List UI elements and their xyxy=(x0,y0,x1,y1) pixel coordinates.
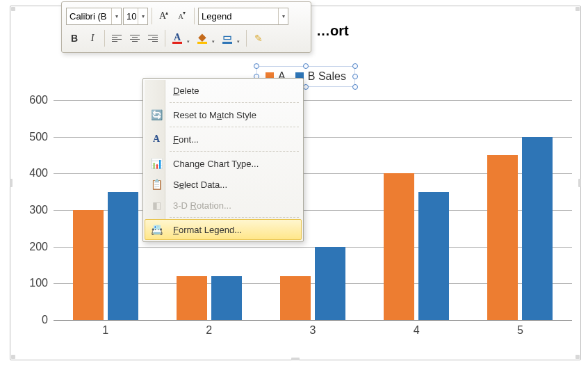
menu-separator xyxy=(170,127,299,127)
menu-separator xyxy=(170,102,299,103)
y-axis-label: 300 xyxy=(29,204,48,216)
align-right-icon xyxy=(148,35,158,42)
caret-down-icon: ▾ xyxy=(183,10,186,16)
chart-resize-handle[interactable] xyxy=(575,355,580,359)
menu-item-change-chart-type[interactable]: 📊 Change Chart Type... xyxy=(145,153,302,174)
bar-series-b-sales[interactable] xyxy=(418,192,449,320)
font-size-selector[interactable]: 10 xyxy=(123,8,148,25)
rotation-3d-icon: ◧ xyxy=(149,198,163,212)
menu-label: Reset to Match Style xyxy=(173,110,256,120)
separator xyxy=(246,30,247,47)
font-size-value: 10 xyxy=(126,11,136,22)
menu-item-format-legend[interactable]: 📇 Format Legend... xyxy=(145,219,302,240)
chart-resize-handle[interactable] xyxy=(578,179,581,187)
separator xyxy=(104,30,105,47)
y-axis-label: 400 xyxy=(29,167,48,179)
x-axis-label: 1 xyxy=(71,324,140,337)
menu-label: Format Legend... xyxy=(173,225,242,235)
font-color-button[interactable]: A xyxy=(169,30,193,47)
format-legend-icon: 📇 xyxy=(149,223,163,237)
separator xyxy=(165,30,165,47)
select-data-icon: 📋 xyxy=(149,177,163,191)
fill-color-icon: ◆ xyxy=(197,33,207,44)
dropdown-icon[interactable] xyxy=(278,8,288,24)
x-axis-label: 4 xyxy=(382,324,451,337)
bar-series-b-sales[interactable] xyxy=(108,192,138,320)
menu-label: Change Chart Type... xyxy=(173,159,259,169)
outline-color-button[interactable]: ▭ xyxy=(219,30,243,47)
chart-title[interactable]: …ort xyxy=(316,23,349,39)
brush-icon: ✎ xyxy=(254,33,263,44)
separator xyxy=(194,8,195,24)
bar-series-a[interactable] xyxy=(280,276,311,320)
chart-resize-handle[interactable] xyxy=(10,179,13,187)
align-center-button[interactable] xyxy=(126,30,143,47)
y-axis-label: 100 xyxy=(29,277,48,289)
bar-series-b-sales[interactable] xyxy=(211,276,242,320)
separator xyxy=(152,8,152,24)
font-icon: A xyxy=(149,132,163,146)
menu-item-reset-style[interactable]: 🔄 Reset to Match Style xyxy=(145,104,302,125)
chart-resize-handle[interactable] xyxy=(11,7,15,11)
bold-icon: B xyxy=(71,33,78,44)
menu-item-delete[interactable]: Delete xyxy=(145,80,302,101)
y-axis-label: 200 xyxy=(29,241,48,253)
font-name-selector[interactable]: Calibri (B xyxy=(66,8,122,25)
font-name-value: Calibri (B xyxy=(70,11,106,22)
legend-label: B Sales xyxy=(308,70,346,83)
chart-resize-handle[interactable] xyxy=(11,355,15,359)
italic-button[interactable]: I xyxy=(84,30,101,47)
bar-series-a[interactable] xyxy=(177,276,207,320)
menu-label: Delete xyxy=(173,86,199,96)
align-left-button[interactable] xyxy=(108,30,125,47)
dropdown-icon[interactable] xyxy=(111,8,121,24)
x-axis-label: 5 xyxy=(485,324,555,337)
y-axis-label: 500 xyxy=(29,131,48,143)
chart-resize-handle[interactable] xyxy=(291,358,300,360)
menu-item-3d-rotation: ◧ 3-D Rotation... xyxy=(145,195,302,216)
dropdown-icon[interactable] xyxy=(138,8,147,24)
menu-item-select-data[interactable]: 📋 Select Data... xyxy=(145,174,302,195)
chart-resize-handle[interactable] xyxy=(575,7,580,11)
style-selector[interactable]: Legend xyxy=(198,8,288,25)
decrease-font-button[interactable]: A▾ xyxy=(174,8,190,25)
increase-font-button[interactable]: A▴ xyxy=(156,8,172,25)
y-axis-label: 0 xyxy=(42,314,48,326)
menu-separator xyxy=(170,217,299,218)
menu-item-font[interactable]: A Font... xyxy=(145,129,302,150)
x-axis-label: 3 xyxy=(278,324,348,337)
align-left-icon xyxy=(112,35,122,42)
caret-up-icon: ▴ xyxy=(165,10,168,16)
align-right-button[interactable] xyxy=(145,30,161,47)
menu-label: Select Data... xyxy=(173,179,227,190)
style-value: Legend xyxy=(202,11,231,22)
font-color-icon: A xyxy=(172,33,182,44)
format-painter-button[interactable]: ✎ xyxy=(250,30,267,47)
chart-type-icon: 📊 xyxy=(149,157,163,170)
menu-label: Font... xyxy=(173,134,199,145)
align-center-icon xyxy=(130,35,140,42)
bar-series-b-sales[interactable] xyxy=(315,247,345,320)
legend-context-menu: Delete 🔄 Reset to Match Style A Font... … xyxy=(142,78,304,242)
fill-color-button[interactable]: ◆ xyxy=(194,30,218,47)
grid-line xyxy=(54,320,572,321)
italic-icon: I xyxy=(91,33,95,44)
bar-series-a[interactable] xyxy=(384,173,414,320)
menu-label: 3-D Rotation... xyxy=(173,200,231,211)
bold-button[interactable]: B xyxy=(66,30,83,47)
menu-separator xyxy=(170,151,299,152)
bar-series-a[interactable] xyxy=(487,155,518,320)
outline-color-icon: ▭ xyxy=(222,33,232,44)
bar-series-b-sales[interactable] xyxy=(522,137,553,320)
reset-style-icon: 🔄 xyxy=(149,108,163,122)
x-axis-label: 2 xyxy=(174,324,244,337)
y-axis-label: 600 xyxy=(29,94,48,106)
mini-toolbar: Calibri (B 10 A▴ A▾ Legend B I xyxy=(61,1,311,53)
bar-series-a[interactable] xyxy=(73,210,104,320)
